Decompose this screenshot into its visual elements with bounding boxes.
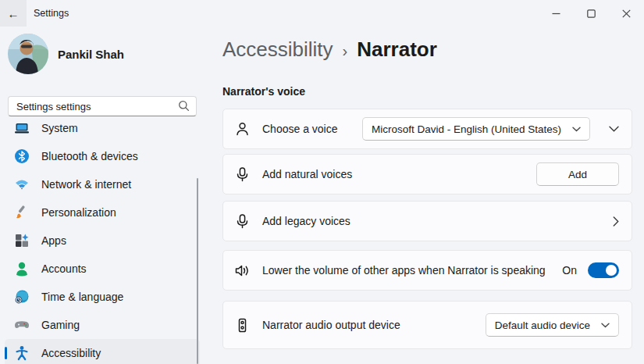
toggle-group: On	[562, 262, 619, 278]
sidebar-item-accounts[interactable]: Accounts	[5, 255, 200, 283]
lower-volume-toggle[interactable]	[588, 262, 619, 278]
audio-output-dropdown[interactable]: Default audio device	[486, 313, 619, 337]
toggle-knob	[606, 265, 617, 276]
card-choose-voice: Choose a voice Microsoft David - English…	[222, 109, 632, 149]
minimize-button[interactable]	[539, 0, 574, 27]
sidebar-item-gaming[interactable]: Gaming	[5, 311, 200, 339]
setting-label: Choose a voice	[254, 123, 362, 135]
main-content: Accessibility › Narrator Narrator's voic…	[222, 27, 632, 349]
card-add-legacy-voices[interactable]: Add legacy voices	[222, 201, 632, 241]
sidebar-item-personalization[interactable]: Personalization	[5, 198, 200, 227]
speaker-icon	[234, 262, 254, 279]
settings-window: ← Settings	[0, 0, 644, 364]
maximize-button[interactable]	[574, 0, 609, 27]
breadcrumb: Accessibility › Narrator	[222, 37, 632, 62]
expand-button[interactable]	[609, 126, 619, 132]
setting-label: Narrator audio output device	[254, 319, 486, 331]
sidebar-item-label: Time & language	[41, 291, 123, 303]
close-icon	[622, 9, 631, 18]
page-title: Narrator	[357, 37, 437, 62]
sidebar-item-label: Network & internet	[41, 178, 131, 191]
card-audio-output: Narrator audio output device Default aud…	[222, 301, 632, 349]
sidebar-item-label: Personalization	[41, 206, 116, 219]
apps-icon	[14, 233, 30, 248]
gaming-icon	[14, 317, 30, 333]
accessibility-icon	[14, 345, 30, 361]
avatar	[8, 34, 48, 74]
window-controls	[539, 0, 644, 27]
accounts-icon	[14, 261, 30, 277]
bluetooth-icon	[14, 148, 30, 164]
card-lower-volume: Lower the volume of other apps when Narr…	[222, 250, 632, 291]
sidebar-item-network[interactable]: Network & internet	[5, 170, 200, 198]
titlebar: ← Settings	[0, 0, 644, 27]
window-title: Settings	[34, 8, 69, 19]
settings-cards: Choose a voice Microsoft David - English…	[222, 109, 632, 349]
sidebar: Pankil Shah System	[0, 27, 205, 364]
sidebar-item-apps[interactable]: Apps	[5, 227, 200, 255]
system-icon	[14, 121, 30, 136]
search-input[interactable]	[8, 96, 197, 116]
toggle-state-label: On	[562, 264, 577, 277]
voice-dropdown[interactable]: Microsoft David - English (United States…	[362, 117, 590, 141]
setting-label: Lower the volume of other apps when Narr…	[254, 264, 562, 277]
breadcrumb-chevron-icon: ›	[343, 42, 348, 60]
section-title: Narrator's voice	[222, 85, 632, 98]
back-arrow-icon: ←	[8, 7, 20, 20]
chevron-down-icon	[601, 323, 610, 328]
add-button[interactable]: Add	[536, 162, 619, 186]
audio-output-value: Default audio device	[495, 319, 590, 331]
network-icon	[14, 177, 30, 192]
profile-name: Pankil Shah	[58, 48, 124, 61]
maximize-icon	[587, 9, 596, 18]
sidebar-item-label: Bluetooth & devices	[41, 150, 138, 162]
search-icon	[178, 100, 190, 112]
microphone-icon	[234, 213, 254, 230]
setting-label: Add legacy voices	[254, 215, 613, 227]
voice-dropdown-value: Microsoft David - English (United States…	[372, 123, 561, 135]
chevron-down-icon	[609, 126, 619, 132]
microphone-icon	[234, 166, 254, 183]
close-button[interactable]	[609, 0, 644, 27]
sidebar-item-label: Gaming	[41, 319, 80, 331]
audio-output-icon	[234, 317, 254, 334]
searchbox	[8, 96, 197, 116]
sidebar-item-label: Accessibility	[41, 347, 101, 359]
sidebar-item-time-language[interactable]: Time & language	[5, 283, 200, 311]
sidebar-item-label: Apps	[41, 234, 66, 247]
setting-label: Add natural voices	[254, 168, 536, 180]
personalization-icon	[14, 205, 30, 220]
chevron-down-icon	[572, 127, 581, 132]
minimize-icon	[552, 9, 560, 18]
sidebar-item-accessibility[interactable]: Accessibility	[5, 339, 200, 364]
person-icon	[234, 121, 254, 137]
sidebar-item-label: System	[41, 122, 78, 134]
sidebar-item-label: Accounts	[41, 262, 87, 275]
breadcrumb-accessibility[interactable]: Accessibility	[222, 37, 333, 62]
chevron-right-icon	[613, 216, 619, 227]
back-button[interactable]: ←	[0, 0, 27, 27]
time-language-icon	[14, 289, 30, 305]
profile[interactable]: Pankil Shah	[8, 34, 197, 74]
sidebar-scrollbar[interactable]	[197, 178, 198, 364]
card-add-natural-voices: Add natural voices Add	[222, 154, 632, 194]
sidebar-item-system[interactable]: System	[5, 121, 200, 142]
sidebar-nav: System Bluetooth & devices	[0, 121, 205, 364]
selection-indicator	[5, 347, 7, 359]
sidebar-item-bluetooth[interactable]: Bluetooth & devices	[5, 142, 200, 170]
